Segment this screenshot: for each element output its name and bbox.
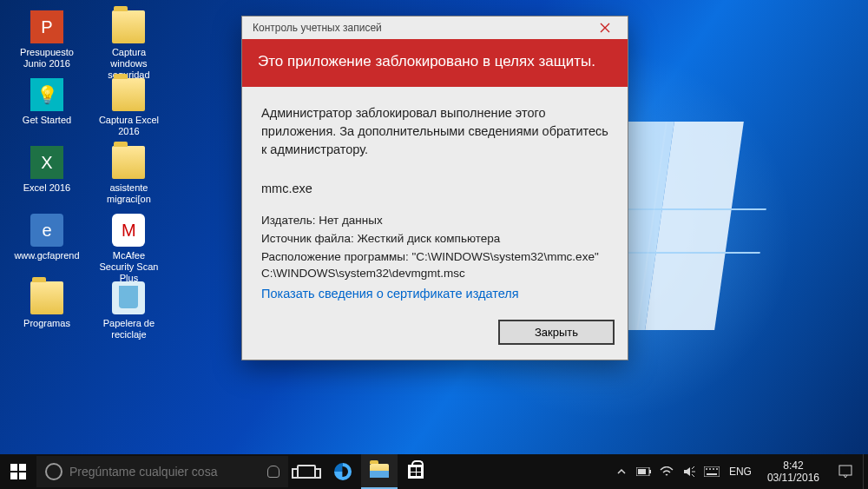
- tray-keyboard[interactable]: [701, 454, 722, 489]
- svg-rect-2: [10, 472, 17, 479]
- icon-label: Papelera de reciclaje: [103, 318, 155, 340]
- file-explorer-icon: [370, 464, 389, 478]
- desktop-icon-excel[interactable]: XExcel 2016: [12, 142, 82, 210]
- desktop-icon-gcf[interactable]: ewww.gcfaprend: [12, 210, 82, 278]
- certificate-link[interactable]: Показать сведения о сертификате издателя: [261, 285, 519, 303]
- keyboard-icon: [704, 466, 720, 477]
- svg-point-10: [709, 468, 711, 470]
- bulb-icon: 💡: [30, 78, 63, 111]
- dialog-body: Администратор заблокировал выполнение эт…: [242, 87, 628, 320]
- wifi-icon: [660, 466, 674, 477]
- system-tray: ENG 8:42 03/11/2016: [611, 454, 868, 489]
- svg-point-9: [706, 468, 707, 470]
- icon-label: Presupuesto Junio 2016: [20, 47, 74, 69]
- origin-row: Источник файла: Жесткий диск компьютера: [261, 230, 608, 247]
- desktop-icon-captura-excel[interactable]: Captura Excel 2016: [94, 75, 163, 142]
- desktop-icon-captura-windows[interactable]: Captura windows seguridad: [94, 7, 163, 75]
- volume-icon: [683, 466, 695, 477]
- desktop-icon-programas[interactable]: Programas: [12, 278, 82, 346]
- action-center-button[interactable]: [830, 454, 861, 489]
- cortana-icon: [45, 463, 62, 480]
- dialog-title: Контроль учетных записей: [253, 22, 382, 34]
- icon-label: Programas: [23, 318, 70, 328]
- tray-wifi[interactable]: [656, 454, 677, 489]
- desktop-icon-mcafee[interactable]: MMcAfee Security Scan Plus: [94, 210, 163, 278]
- desktop-icon-asistente[interactable]: asistente migraci[on: [94, 142, 163, 210]
- show-desktop-button[interactable]: [863, 454, 868, 489]
- svg-rect-7: [704, 466, 720, 477]
- icon-label: asistente migraci[on: [107, 182, 151, 204]
- taskbar-explorer[interactable]: [361, 454, 398, 489]
- clock-time: 8:42: [767, 459, 819, 472]
- dialog-button-row: Закрыть: [242, 320, 628, 360]
- notification-icon: [838, 465, 852, 479]
- powerpoint-icon: P: [30, 10, 63, 43]
- svg-rect-6: [638, 469, 646, 474]
- desktop-icon-get-started[interactable]: 💡Get Started: [12, 75, 82, 142]
- clock[interactable]: 8:42 03/11/2016: [759, 459, 828, 484]
- battery-icon: [636, 467, 652, 476]
- desktop-icon-recycle-bin[interactable]: Papelera de reciclaje: [94, 278, 163, 346]
- start-button[interactable]: [0, 454, 36, 489]
- search-input[interactable]: [69, 465, 260, 479]
- clock-date: 03/11/2016: [767, 472, 819, 484]
- chevron-up-icon: [617, 467, 626, 476]
- program-name: mmc.exe: [261, 180, 608, 198]
- microphone-icon[interactable]: [267, 466, 279, 478]
- svg-point-11: [713, 468, 714, 470]
- close-button[interactable]: [589, 18, 621, 37]
- folder-icon: [112, 146, 145, 179]
- folder-icon: [112, 10, 145, 43]
- task-view-button[interactable]: [288, 454, 325, 489]
- windows-logo-icon: [10, 464, 26, 479]
- publisher-row: Издатель: Нет данных: [261, 212, 608, 228]
- svg-point-12: [716, 468, 718, 470]
- icon-label: Get Started: [23, 115, 71, 125]
- svg-rect-5: [649, 470, 651, 473]
- svg-rect-8: [707, 473, 717, 475]
- svg-rect-3: [19, 472, 26, 479]
- taskbar: ENG 8:42 03/11/2016: [0, 454, 868, 489]
- close-dialog-button[interactable]: Закрыть: [499, 320, 614, 344]
- folder-icon: [112, 78, 145, 111]
- svg-rect-0: [10, 464, 17, 471]
- task-view-icon: [297, 465, 316, 479]
- taskbar-store[interactable]: [398, 454, 434, 489]
- icon-label: www.gcfaprend: [14, 250, 79, 261]
- tray-chevron[interactable]: [611, 454, 632, 489]
- dialog-titlebar[interactable]: Контроль учетных записей: [242, 17, 628, 39]
- desktop-icon-presupuesto[interactable]: PPresupuesto Junio 2016: [12, 7, 82, 75]
- internet-shortcut-icon: e: [30, 214, 63, 247]
- icon-label: Excel 2016: [23, 182, 70, 193]
- desktop[interactable]: PPresupuesto Junio 2016 💡Get Started XEx…: [0, 0, 868, 489]
- location-row: Расположение программы: "C:\WINDOWS\syst…: [261, 248, 608, 281]
- close-icon: [600, 23, 610, 33]
- recycle-bin-icon: [112, 281, 145, 314]
- icon-label: Captura Excel 2016: [99, 115, 159, 136]
- store-icon: [408, 465, 424, 479]
- excel-icon: X: [30, 146, 63, 179]
- tray-battery[interactable]: [634, 454, 654, 489]
- blocked-message: Администратор заблокировал выполнение эт…: [261, 104, 608, 159]
- uac-dialog: Контроль учетных записей Это приложение …: [241, 16, 628, 360]
- desktop-icons: PPresupuesto Junio 2016 💡Get Started XEx…: [12, 7, 172, 346]
- dialog-banner: Это приложение заблокировано в целях защ…: [242, 39, 628, 87]
- tray-volume[interactable]: [679, 454, 700, 489]
- folder-icon: [30, 281, 63, 314]
- edge-icon: [334, 463, 352, 480]
- language-indicator[interactable]: ENG: [724, 466, 757, 478]
- svg-rect-1: [19, 464, 26, 471]
- svg-rect-13: [839, 466, 852, 475]
- mcafee-icon: M: [112, 214, 145, 247]
- cortana-search[interactable]: [36, 456, 288, 487]
- taskbar-edge[interactable]: [325, 454, 361, 489]
